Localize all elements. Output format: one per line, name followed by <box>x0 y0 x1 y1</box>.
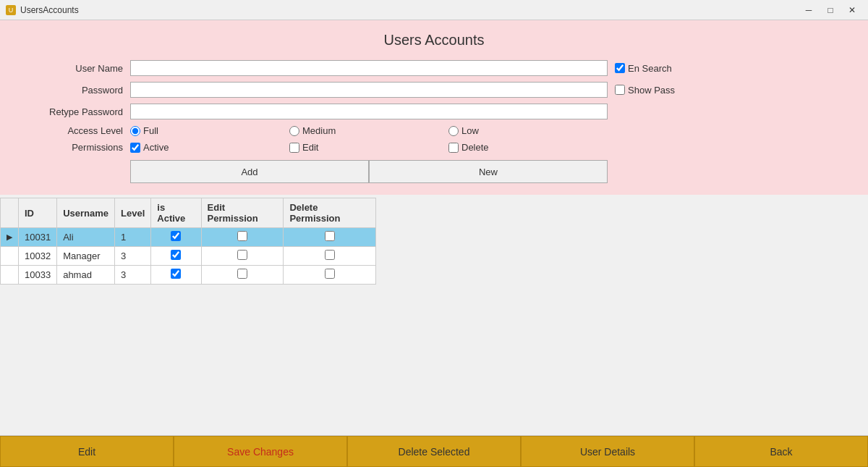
perm-active-checkbox[interactable] <box>130 143 140 153</box>
en-search-checkbox[interactable] <box>615 63 625 73</box>
form-area: Users Accounts User Name En Search Passw… <box>0 20 868 195</box>
col-id: ID <box>19 198 57 228</box>
col-level: Level <box>115 198 151 228</box>
delete-permission-checkbox[interactable] <box>325 250 335 260</box>
cell-username: Ali <box>57 228 115 247</box>
edit-permission-checkbox[interactable] <box>237 269 247 279</box>
is-active-checkbox[interactable] <box>171 231 181 241</box>
retype-password-input[interactable] <box>130 104 608 119</box>
password-input[interactable] <box>130 82 608 98</box>
cell-is-active[interactable] <box>151 228 201 247</box>
radio-medium[interactable]: Medium <box>289 125 448 136</box>
cell-level: 3 <box>115 247 151 266</box>
perm-edit[interactable]: Edit <box>289 142 448 153</box>
cell-edit-permission[interactable] <box>201 228 284 247</box>
cell-edit-permission[interactable] <box>201 247 284 266</box>
perm-delete-checkbox[interactable] <box>448 143 459 153</box>
show-pass-label[interactable]: Show Pass <box>615 85 675 96</box>
table-wrapper: ID Username Level is Active Edit Permiss… <box>0 195 868 287</box>
retype-password-row: Retype Password <box>14 104 854 119</box>
new-button[interactable]: New <box>369 160 608 183</box>
radio-full[interactable]: Full <box>130 125 289 136</box>
title-bar-left: U UsersAccounts <box>6 5 79 15</box>
col-username: Username <box>57 198 115 228</box>
cell-delete-permission[interactable] <box>284 266 376 285</box>
add-button[interactable]: Add <box>130 160 369 183</box>
col-delete-permission: Delete Permission <box>284 198 376 228</box>
delete-selected-button[interactable]: Delete Selected <box>347 436 521 467</box>
cell-id: 10033 <box>19 266 57 285</box>
users-table: ID Username Level is Active Edit Permiss… <box>0 198 376 285</box>
cell-level: 1 <box>115 228 151 247</box>
perm-delete[interactable]: Delete <box>448 142 608 153</box>
action-button-row: Add New <box>130 160 608 183</box>
password-label: Password <box>14 85 130 96</box>
is-active-checkbox[interactable] <box>171 250 181 260</box>
back-button[interactable]: Back <box>694 436 868 467</box>
cell-delete-permission[interactable] <box>284 228 376 247</box>
permissions-row: Permissions Active Edit Delete <box>14 142 854 153</box>
table-row[interactable]: 10033ahmad3 <box>1 266 376 285</box>
user-name-label: User Name <box>14 63 130 74</box>
cell-username: Manager <box>57 247 115 266</box>
bottom-bar: Edit Save Changes Delete Selected User D… <box>0 435 868 467</box>
permissions-label: Permissions <box>14 142 130 153</box>
cell-id: 10031 <box>19 228 57 247</box>
access-level-row: Access Level Full Medium Low <box>14 125 854 136</box>
radio-full-input[interactable] <box>130 126 140 136</box>
row-indicator <box>1 247 19 266</box>
cell-username: ahmad <box>57 266 115 285</box>
cell-is-active[interactable] <box>151 266 201 285</box>
minimize-button[interactable]: ─ <box>799 3 819 17</box>
password-row: Password Show Pass <box>14 82 854 98</box>
radio-medium-input[interactable] <box>289 126 299 136</box>
access-level-label: Access Level <box>14 125 130 136</box>
edit-permission-checkbox[interactable] <box>237 250 247 260</box>
delete-permission-checkbox[interactable] <box>325 231 335 241</box>
user-details-button[interactable]: User Details <box>521 436 694 467</box>
user-name-input[interactable] <box>130 60 608 76</box>
close-button[interactable]: ✕ <box>842 3 862 17</box>
cell-delete-permission[interactable] <box>284 247 376 266</box>
cell-level: 3 <box>115 266 151 285</box>
title-bar-controls: ─ □ ✕ <box>799 3 862 17</box>
title-bar: U UsersAccounts ─ □ ✕ <box>0 0 868 20</box>
access-level-group: Full Medium Low <box>130 125 608 136</box>
row-indicator: ▶ <box>1 228 19 247</box>
edit-permission-checkbox[interactable] <box>237 231 247 241</box>
title-bar-title: UsersAccounts <box>20 5 79 15</box>
indicator-header <box>1 198 19 228</box>
retype-password-label: Retype Password <box>14 106 130 117</box>
en-search-label[interactable]: En Search <box>615 63 672 74</box>
save-changes-button[interactable]: Save Changes <box>174 436 347 467</box>
delete-permission-checkbox[interactable] <box>325 269 335 279</box>
permissions-group: Active Edit Delete <box>130 142 608 153</box>
main-content: Users Accounts User Name En Search Passw… <box>0 20 868 467</box>
col-is-active: is Active <box>151 198 201 228</box>
user-name-row: User Name En Search <box>14 60 854 76</box>
col-edit-permission: Edit Permission <box>201 198 284 228</box>
radio-low-input[interactable] <box>448 126 459 136</box>
maximize-button[interactable]: □ <box>820 3 841 17</box>
app-icon: U <box>6 5 16 15</box>
cell-is-active[interactable] <box>151 247 201 266</box>
perm-edit-checkbox[interactable] <box>289 143 299 153</box>
show-pass-checkbox[interactable] <box>615 85 625 95</box>
cell-id: 10032 <box>19 247 57 266</box>
row-indicator <box>1 266 19 285</box>
form-title: Users Accounts <box>14 32 854 49</box>
table-header-row: ID Username Level is Active Edit Permiss… <box>1 198 376 228</box>
table-row[interactable]: ▶10031Ali1 <box>1 228 376 247</box>
cell-edit-permission[interactable] <box>201 266 284 285</box>
table-row[interactable]: 10032Manager3 <box>1 247 376 266</box>
edit-button[interactable]: Edit <box>0 436 174 467</box>
is-active-checkbox[interactable] <box>171 269 181 279</box>
radio-low[interactable]: Low <box>448 125 608 136</box>
perm-active[interactable]: Active <box>130 142 289 153</box>
table-area: ID Username Level is Active Edit Permiss… <box>0 195 868 435</box>
